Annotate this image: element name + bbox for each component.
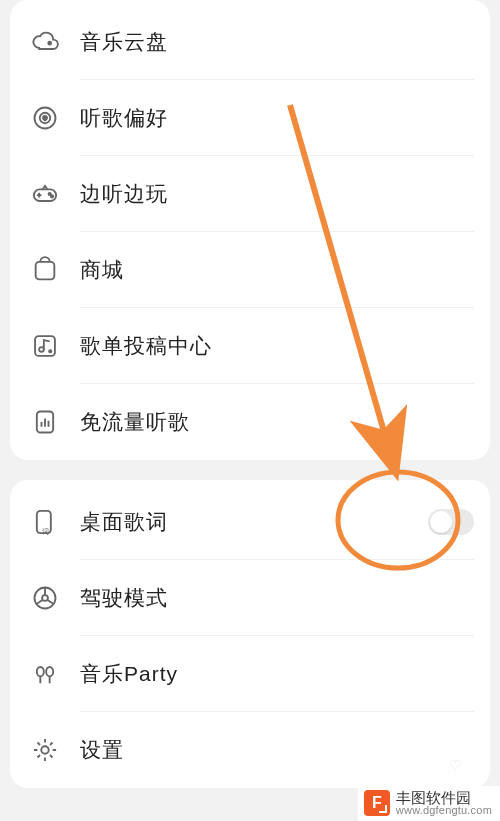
menu-item-label: 桌面歌词 (80, 508, 168, 536)
party-icon (28, 657, 62, 691)
playlist-sub-icon (28, 329, 62, 363)
menu-item-music-party[interactable]: 音乐Party (10, 636, 490, 712)
watermark-title: 丰图软件园 (396, 790, 492, 806)
menu-item-store[interactable]: 商城 (10, 232, 490, 308)
watermark-url: www.dgfengtu.com (396, 805, 492, 817)
toggle-knob (430, 511, 452, 533)
menu-item-playlist-submission[interactable]: 歌单投稿中心 (10, 308, 490, 384)
svg-point-5 (51, 195, 53, 197)
svg-text:词: 词 (42, 528, 49, 535)
svg-rect-6 (36, 262, 55, 280)
watermark-badge-icon: F (364, 790, 390, 816)
svg-point-17 (41, 746, 48, 753)
driving-icon (28, 581, 62, 615)
svg-point-0 (48, 42, 51, 45)
gamepad-icon (28, 177, 62, 211)
menu-item-label: 驾驶模式 (80, 584, 168, 612)
menu-item-listen-and-play[interactable]: 边听边玩 (10, 156, 490, 232)
free-data-icon (28, 405, 62, 439)
svg-point-9 (49, 350, 51, 352)
menu-item-label: 音乐云盘 (80, 28, 168, 56)
preference-icon (28, 101, 62, 135)
settings-icon (28, 733, 62, 767)
menu-item-listening-preference[interactable]: 听歌偏好 (10, 80, 490, 156)
settings-group-2: 词 桌面歌词 驾驶模式 音乐Party 设置 (10, 480, 490, 788)
watermark: F 丰图软件园 www.dgfengtu.com (358, 786, 500, 821)
menu-item-label: 听歌偏好 (80, 104, 168, 132)
svg-point-4 (49, 193, 51, 195)
lyrics-icon: 词 (28, 505, 62, 539)
menu-item-free-data[interactable]: 免流量听歌 (10, 384, 490, 460)
menu-item-label: 商城 (80, 256, 124, 284)
menu-item-label: 音乐Party (80, 660, 178, 688)
menu-item-label: 边听边玩 (80, 180, 168, 208)
store-icon (28, 253, 62, 287)
decoration-icon: ♡ (449, 757, 462, 773)
cloud-disk-icon (28, 25, 62, 59)
menu-item-desktop-lyrics[interactable]: 词 桌面歌词 (10, 484, 490, 560)
desktop-lyrics-toggle[interactable] (428, 509, 474, 535)
menu-item-label: 免流量听歌 (80, 408, 190, 436)
menu-item-driving-mode[interactable]: 驾驶模式 (10, 560, 490, 636)
menu-item-label: 歌单投稿中心 (80, 332, 212, 360)
menu-item-settings[interactable]: 设置 (10, 712, 490, 788)
svg-point-16 (46, 667, 53, 676)
menu-item-music-cloud[interactable]: 音乐云盘 (10, 4, 490, 80)
svg-point-14 (42, 595, 48, 601)
settings-group-1: 音乐云盘 听歌偏好 边听边玩 商城 歌单投稿中心 免流量听歌 (10, 0, 490, 460)
svg-point-15 (37, 667, 44, 676)
menu-item-label: 设置 (80, 736, 124, 764)
svg-rect-7 (35, 336, 55, 356)
